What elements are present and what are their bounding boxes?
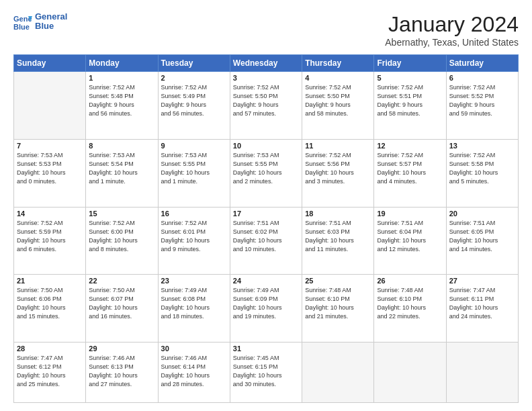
calendar-day-cell <box>302 342 374 403</box>
day-number: 17 <box>233 210 299 218</box>
svg-text:Blue: Blue <box>13 23 30 31</box>
day-info: Sunrise: 7:52 AMSunset: 5:59 PMDaylight:… <box>17 219 83 254</box>
calendar-day-cell: 6Sunrise: 7:52 AMSunset: 5:52 PMDaylight… <box>446 72 518 140</box>
calendar-day-cell: 15Sunrise: 7:52 AMSunset: 6:00 PMDayligh… <box>86 207 158 275</box>
header-right: January 2024 Abernathy, Texas, United St… <box>385 12 519 48</box>
weekday-header: Wednesday <box>230 55 302 72</box>
calendar-day-cell: 23Sunrise: 7:49 AMSunset: 6:08 PMDayligh… <box>158 275 230 342</box>
day-number: 19 <box>377 210 443 218</box>
calendar-day-cell: 26Sunrise: 7:48 AMSunset: 6:10 PMDayligh… <box>374 275 446 342</box>
day-info: Sunrise: 7:53 AMSunset: 5:54 PMDaylight:… <box>89 151 154 186</box>
day-number: 6 <box>449 74 515 82</box>
day-number: 29 <box>89 345 154 353</box>
day-number: 10 <box>233 142 299 150</box>
day-info: Sunrise: 7:53 AMSunset: 5:53 PMDaylight:… <box>17 151 83 186</box>
calendar-day-cell: 3Sunrise: 7:52 AMSunset: 5:50 PMDaylight… <box>230 72 302 140</box>
day-number: 24 <box>233 277 299 285</box>
calendar-day-cell: 2Sunrise: 7:52 AMSunset: 5:49 PMDaylight… <box>158 72 230 140</box>
weekday-header: Thursday <box>302 55 374 72</box>
weekday-header: Saturday <box>446 55 518 72</box>
day-info: Sunrise: 7:46 AMSunset: 6:14 PMDaylight:… <box>161 354 227 389</box>
day-number: 27 <box>449 277 515 285</box>
day-number: 16 <box>161 210 227 218</box>
logo-icon: General Blue <box>13 12 32 31</box>
day-number: 26 <box>377 277 443 285</box>
day-info: Sunrise: 7:49 AMSunset: 6:08 PMDaylight:… <box>161 286 227 321</box>
logo-line2: Blue <box>35 21 67 31</box>
weekday-header: Sunday <box>14 55 86 72</box>
day-number: 3 <box>233 74 299 82</box>
day-info: Sunrise: 7:52 AMSunset: 5:50 PMDaylight:… <box>233 83 299 118</box>
day-number: 18 <box>305 210 371 218</box>
header: General Blue General Blue January 2024 A… <box>13 12 519 48</box>
calendar-week-row: 14Sunrise: 7:52 AMSunset: 5:59 PMDayligh… <box>14 207 519 275</box>
day-info: Sunrise: 7:52 AMSunset: 5:50 PMDaylight:… <box>305 83 371 118</box>
calendar-week-row: 28Sunrise: 7:47 AMSunset: 6:12 PMDayligh… <box>14 342 519 403</box>
day-number: 22 <box>89 277 154 285</box>
day-number: 12 <box>377 142 443 150</box>
day-info: Sunrise: 7:52 AMSunset: 5:56 PMDaylight:… <box>305 151 371 186</box>
calendar-day-cell: 27Sunrise: 7:47 AMSunset: 6:11 PMDayligh… <box>446 275 518 342</box>
calendar-day-cell: 4Sunrise: 7:52 AMSunset: 5:50 PMDaylight… <box>302 72 374 140</box>
calendar-day-cell: 19Sunrise: 7:51 AMSunset: 6:04 PMDayligh… <box>374 207 446 275</box>
calendar-day-cell: 7Sunrise: 7:53 AMSunset: 5:53 PMDaylight… <box>14 139 86 207</box>
day-number: 25 <box>305 277 371 285</box>
day-info: Sunrise: 7:53 AMSunset: 5:55 PMDaylight:… <box>233 151 299 186</box>
day-info: Sunrise: 7:52 AMSunset: 5:52 PMDaylight:… <box>449 83 515 118</box>
day-number: 9 <box>161 142 227 150</box>
calendar-day-cell: 28Sunrise: 7:47 AMSunset: 6:12 PMDayligh… <box>14 342 86 403</box>
calendar-day-cell: 14Sunrise: 7:52 AMSunset: 5:59 PMDayligh… <box>14 207 86 275</box>
day-info: Sunrise: 7:52 AMSunset: 6:01 PMDaylight:… <box>161 219 227 254</box>
month-title: January 2024 <box>385 12 519 37</box>
calendar-day-cell: 16Sunrise: 7:52 AMSunset: 6:01 PMDayligh… <box>158 207 230 275</box>
day-info: Sunrise: 7:46 AMSunset: 6:13 PMDaylight:… <box>89 354 154 389</box>
day-number: 30 <box>161 345 227 353</box>
calendar-day-cell: 9Sunrise: 7:53 AMSunset: 5:55 PMDaylight… <box>158 139 230 207</box>
calendar-day-cell <box>14 72 86 140</box>
calendar-week-row: 7Sunrise: 7:53 AMSunset: 5:53 PMDaylight… <box>14 139 519 207</box>
calendar-day-cell: 21Sunrise: 7:50 AMSunset: 6:06 PMDayligh… <box>14 275 86 342</box>
day-info: Sunrise: 7:52 AMSunset: 5:58 PMDaylight:… <box>449 151 515 186</box>
day-number: 13 <box>449 142 515 150</box>
calendar-day-cell: 8Sunrise: 7:53 AMSunset: 5:54 PMDaylight… <box>86 139 158 207</box>
logo: General Blue General Blue <box>13 12 67 32</box>
day-number: 5 <box>377 74 443 82</box>
day-info: Sunrise: 7:52 AMSunset: 6:00 PMDaylight:… <box>89 219 154 254</box>
day-info: Sunrise: 7:47 AMSunset: 6:12 PMDaylight:… <box>17 354 83 389</box>
calendar-day-cell: 20Sunrise: 7:51 AMSunset: 6:05 PMDayligh… <box>446 207 518 275</box>
day-info: Sunrise: 7:50 AMSunset: 6:07 PMDaylight:… <box>89 286 154 321</box>
calendar-day-cell: 11Sunrise: 7:52 AMSunset: 5:56 PMDayligh… <box>302 139 374 207</box>
day-info: Sunrise: 7:51 AMSunset: 6:04 PMDaylight:… <box>377 219 443 254</box>
day-info: Sunrise: 7:52 AMSunset: 5:51 PMDaylight:… <box>377 83 443 118</box>
calendar-day-cell: 24Sunrise: 7:49 AMSunset: 6:09 PMDayligh… <box>230 275 302 342</box>
day-number: 21 <box>17 277 83 285</box>
day-info: Sunrise: 7:49 AMSunset: 6:09 PMDaylight:… <box>233 286 299 321</box>
weekday-header: Tuesday <box>158 55 230 72</box>
day-number: 2 <box>161 74 227 82</box>
day-info: Sunrise: 7:51 AMSunset: 6:05 PMDaylight:… <box>449 219 515 254</box>
calendar-day-cell: 22Sunrise: 7:50 AMSunset: 6:07 PMDayligh… <box>86 275 158 342</box>
day-info: Sunrise: 7:48 AMSunset: 6:10 PMDaylight:… <box>377 286 443 321</box>
day-number: 1 <box>89 74 154 82</box>
location: Abernathy, Texas, United States <box>385 37 519 48</box>
calendar-day-cell <box>446 342 518 403</box>
day-info: Sunrise: 7:48 AMSunset: 6:10 PMDaylight:… <box>305 286 371 321</box>
calendar-day-cell: 12Sunrise: 7:52 AMSunset: 5:57 PMDayligh… <box>374 139 446 207</box>
day-number: 14 <box>17 210 83 218</box>
calendar-day-cell: 29Sunrise: 7:46 AMSunset: 6:13 PMDayligh… <box>86 342 158 403</box>
day-info: Sunrise: 7:52 AMSunset: 5:49 PMDaylight:… <box>161 83 227 118</box>
day-info: Sunrise: 7:52 AMSunset: 5:48 PMDaylight:… <box>89 83 154 118</box>
day-number: 31 <box>233 345 299 353</box>
calendar-day-cell: 17Sunrise: 7:51 AMSunset: 6:02 PMDayligh… <box>230 207 302 275</box>
weekday-header: Monday <box>86 55 158 72</box>
day-number: 7 <box>17 142 83 150</box>
day-info: Sunrise: 7:53 AMSunset: 5:55 PMDaylight:… <box>161 151 227 186</box>
calendar-day-cell: 1Sunrise: 7:52 AMSunset: 5:48 PMDaylight… <box>86 72 158 140</box>
day-number: 15 <box>89 210 154 218</box>
day-number: 23 <box>161 277 227 285</box>
calendar-day-cell: 30Sunrise: 7:46 AMSunset: 6:14 PMDayligh… <box>158 342 230 403</box>
day-number: 11 <box>305 142 371 150</box>
page: General Blue General Blue January 2024 A… <box>0 0 532 411</box>
calendar-day-cell: 13Sunrise: 7:52 AMSunset: 5:58 PMDayligh… <box>446 139 518 207</box>
calendar-table: SundayMondayTuesdayWednesdayThursdayFrid… <box>13 54 519 403</box>
